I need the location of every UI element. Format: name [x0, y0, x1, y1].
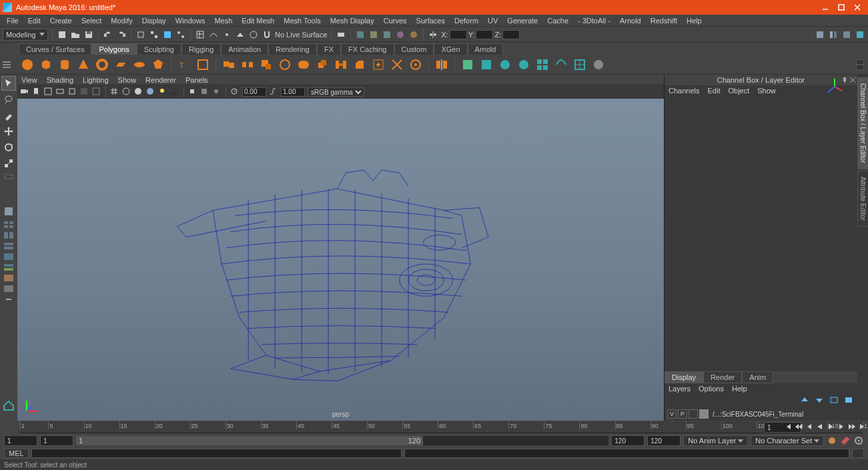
- play-back-icon[interactable]: [816, 423, 825, 432]
- panel-menu-lighting[interactable]: Lighting: [83, 76, 109, 84]
- layer-menu-options[interactable]: Options: [699, 385, 724, 393]
- panel-menu-renderer[interactable]: Renderer: [145, 76, 176, 84]
- menu-select[interactable]: Select: [77, 15, 106, 26]
- snap-live-icon[interactable]: [248, 29, 259, 40]
- append-icon[interactable]: [371, 57, 386, 72]
- select-comp-icon[interactable]: [175, 29, 186, 40]
- range-thumb[interactable]: 1 120: [76, 436, 423, 445]
- menu-uv[interactable]: UV: [484, 15, 502, 26]
- shelf-tab-animation[interactable]: Animation: [221, 43, 268, 55]
- layer-type-box[interactable]: [689, 409, 698, 419]
- uv-contour-icon[interactable]: [554, 57, 568, 72]
- time-slider[interactable]: 1510152025303540455055606570758085909510…: [0, 421, 868, 434]
- poly-platonic-icon[interactable]: [151, 57, 165, 72]
- uv-cylindrical-icon[interactable]: [498, 57, 512, 72]
- command-input[interactable]: [31, 449, 402, 458]
- range-end-outer[interactable]: [647, 435, 681, 446]
- layer-menu-help[interactable]: Help: [732, 385, 747, 393]
- camera-select-icon[interactable]: [20, 87, 29, 97]
- separate-icon[interactable]: [240, 57, 255, 72]
- cb-menu-edit[interactable]: Edit: [707, 87, 720, 95]
- undo-icon[interactable]: [103, 29, 113, 40]
- menu-windows[interactable]: Windows: [171, 15, 209, 26]
- menu-cache[interactable]: Cache: [543, 15, 572, 26]
- shelf-tab-arnold[interactable]: Arnold: [468, 43, 504, 55]
- extrude-icon[interactable]: [315, 57, 330, 72]
- range-end-inner[interactable]: [611, 435, 644, 446]
- shelf-tab-xgen[interactable]: XGen: [434, 43, 467, 55]
- uv-editor-icon[interactable]: [572, 57, 587, 72]
- wireframe-icon[interactable]: [122, 87, 131, 97]
- hypershade-icon[interactable]: [395, 29, 406, 40]
- anim-layer-select[interactable]: No Anim Layer: [683, 435, 748, 446]
- shelf-tab-rigging[interactable]: Rigging: [181, 43, 221, 55]
- new-layer-sel-icon[interactable]: [844, 396, 855, 405]
- shelf-tab-fx[interactable]: FX: [317, 43, 341, 55]
- set-key-icon[interactable]: [840, 435, 851, 446]
- menu-redshift[interactable]: Redshift: [646, 15, 681, 26]
- menu-generate[interactable]: Generate: [503, 15, 542, 26]
- close-button[interactable]: [849, 2, 865, 13]
- layer-tab-anim[interactable]: Anim: [742, 371, 773, 383]
- render-ipr-icon[interactable]: [368, 29, 379, 40]
- textured-icon[interactable]: [146, 87, 155, 97]
- menu-file[interactable]: File: [3, 15, 23, 26]
- scale-tool[interactable]: [1, 156, 16, 171]
- image-plane-icon[interactable]: [44, 87, 53, 97]
- shelf-tab-fxcaching[interactable]: FX Caching: [341, 43, 394, 55]
- grid-icon[interactable]: [110, 87, 119, 97]
- gamma-field[interactable]: [281, 87, 305, 97]
- play-forward-icon[interactable]: [827, 423, 836, 432]
- xray-icon[interactable]: [200, 87, 209, 97]
- isolate-icon[interactable]: [188, 87, 197, 97]
- y-field[interactable]: [476, 30, 493, 39]
- paint-select-tool[interactable]: [1, 108, 16, 123]
- construction-history-icon[interactable]: [336, 29, 346, 40]
- minus-icon[interactable]: [1, 295, 16, 304]
- poly-cone-icon[interactable]: [76, 57, 91, 72]
- range-start-inner[interactable]: [40, 435, 73, 446]
- four-pane-icon[interactable]: [1, 220, 16, 229]
- step-back-icon[interactable]: [805, 423, 815, 432]
- menu-create[interactable]: Create: [46, 15, 76, 26]
- character-set-select[interactable]: No Character Set: [751, 435, 824, 446]
- x-field[interactable]: [450, 30, 467, 39]
- poly-plane-icon[interactable]: [113, 57, 128, 72]
- new-scene-icon[interactable]: [57, 29, 67, 40]
- snap-point-icon[interactable]: [222, 29, 232, 40]
- snap-magnet-icon[interactable]: [262, 29, 272, 40]
- use-lights-icon[interactable]: [158, 87, 167, 97]
- shelf-tab-curves[interactable]: Curves / Surfaces: [19, 43, 91, 55]
- modeling-toolkit-icon[interactable]: [815, 29, 825, 40]
- z-field[interactable]: [502, 30, 520, 39]
- exposure-field[interactable]: [242, 87, 266, 97]
- menu-curves[interactable]: Curves: [380, 15, 411, 26]
- render-view-icon[interactable]: [408, 29, 419, 40]
- snap-grid-icon[interactable]: [195, 29, 205, 40]
- panel-menu-panels[interactable]: Panels: [185, 76, 208, 84]
- persp-graph-icon[interactable]: [1, 263, 16, 272]
- shelf-tab-custom[interactable]: Custom: [394, 43, 434, 55]
- cb-menu-show[interactable]: Show: [757, 87, 776, 95]
- select-hier-icon[interactable]: [149, 29, 159, 40]
- script-pane-icon[interactable]: [1, 284, 16, 293]
- gamma-icon[interactable]: [269, 87, 278, 97]
- menu-deform[interactable]: Deform: [450, 15, 482, 26]
- render-frame-icon[interactable]: [355, 29, 366, 40]
- minimize-button[interactable]: [817, 2, 833, 13]
- panel-close-icon[interactable]: [849, 77, 856, 83]
- viewport[interactable]: persp: [17, 99, 664, 421]
- script-editor-icon[interactable]: [852, 449, 864, 458]
- sculpt-icon[interactable]: [460, 57, 475, 72]
- multicut-icon[interactable]: [390, 57, 404, 72]
- side-tab-channelbox[interactable]: Channel Box / Layer Editor: [857, 77, 869, 169]
- side-tab-attribute-editor[interactable]: Attribute Editor: [857, 171, 869, 227]
- home-icon[interactable]: [3, 399, 16, 413]
- prefs-icon[interactable]: [853, 435, 864, 446]
- shelf-scroll[interactable]: [856, 59, 864, 70]
- workspace-selector[interactable]: Modeling: [3, 29, 48, 41]
- cb-menu-object[interactable]: Object: [728, 87, 749, 95]
- poly-cylinder-icon[interactable]: [57, 57, 72, 72]
- shelf-tab-polygons[interactable]: Polygons: [91, 43, 136, 55]
- live-surface-label[interactable]: No Live Surface: [275, 31, 327, 39]
